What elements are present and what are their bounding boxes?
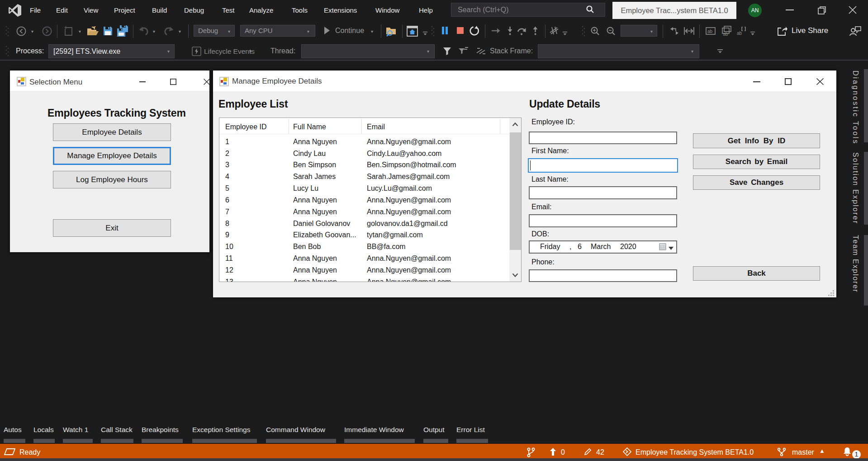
svg-text:ab: ab <box>707 29 713 34</box>
svg-text:ab: ab <box>737 31 742 36</box>
svg-text:ab: ab <box>723 32 729 37</box>
